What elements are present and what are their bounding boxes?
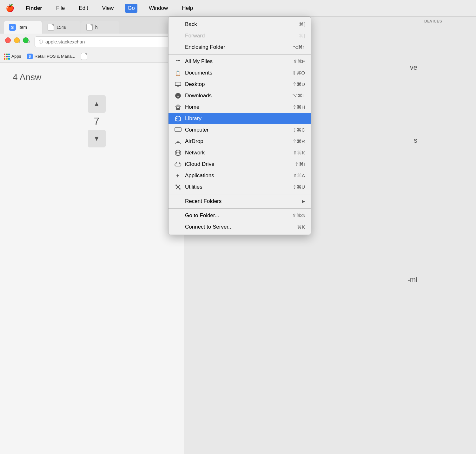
- svg-point-20: [175, 185, 177, 186]
- library-label: Library: [185, 115, 202, 122]
- tab-label-1548: 1548: [56, 25, 66, 30]
- retail-icon: S: [27, 54, 33, 59]
- home-icon: [174, 103, 182, 111]
- goto-folder-label: Go to Folder...: [185, 212, 219, 219]
- menu-item-network[interactable]: Network ⇧⌘K: [169, 147, 311, 159]
- menu-item-documents[interactable]: 📋 Documents ⇧⌘O: [169, 67, 311, 79]
- menu-item-library[interactable]: Library: [169, 113, 311, 124]
- menubar-finder[interactable]: Finder: [23, 4, 45, 13]
- menubar-view[interactable]: View: [100, 4, 116, 13]
- menu-item-back[interactable]: Back ⌘[: [169, 19, 311, 30]
- network-shortcut: ⇧⌘K: [293, 150, 305, 156]
- menu-item-downloads[interactable]: Downloads ⌥⌘L: [169, 90, 311, 101]
- fullscreen-button[interactable]: [23, 37, 29, 43]
- menu-item-utilities[interactable]: Utilities ⇧⌘U: [169, 181, 311, 193]
- menubar-go[interactable]: Go: [125, 4, 137, 13]
- network-label: Network: [185, 150, 205, 156]
- menubar-window[interactable]: Window: [146, 4, 170, 13]
- bookmark-apps[interactable]: Apps: [4, 54, 21, 59]
- menu-item-home[interactable]: Home ⇧⌘H: [169, 101, 311, 113]
- page-content: 4 Answ ▲ 7 ▼: [0, 63, 184, 157]
- apps-label: Apps: [11, 54, 21, 59]
- all-my-files-label: All My Files: [185, 58, 213, 65]
- menubar: 🍎 Finder File Edit View Go Window Help: [0, 0, 476, 16]
- menu-item-applications[interactable]: ✦ Applications ⇧⌘A: [169, 170, 311, 181]
- tab-doc-icon: [48, 24, 54, 31]
- home-label: Home: [185, 104, 199, 110]
- bookmark-doc-icon: [81, 53, 87, 60]
- airdrop-shortcut: ⇧⌘R: [293, 139, 305, 144]
- separator-3: [169, 208, 311, 209]
- computer-icon: [174, 126, 182, 134]
- tab-1548[interactable]: 1548: [43, 21, 81, 34]
- documents-label: Documents: [185, 70, 212, 76]
- menu-item-computer[interactable]: Computer ⇧⌘C: [169, 124, 311, 136]
- finder-sidebar: Devices: [419, 16, 476, 454]
- forward-label: Forward: [185, 33, 205, 39]
- right-text-ve: ve: [410, 63, 417, 72]
- all-my-files-icon: 🗃: [174, 58, 182, 65]
- tab-h[interactable]: h: [81, 21, 119, 34]
- go-dropdown-menu: Back ⌘[ Forward ⌘] Enclosing Folder ⌥⌘↑ …: [168, 16, 311, 235]
- right-text-mi: -mi: [407, 276, 417, 284]
- security-icon: ⓘ: [39, 39, 43, 45]
- url-bar[interactable]: ⓘ apple.stackexchan: [35, 36, 179, 47]
- bookmark-doc[interactable]: [81, 53, 87, 60]
- applications-label: Applications: [185, 172, 214, 179]
- apple-menu-icon[interactable]: 🍎: [6, 4, 14, 12]
- svg-rect-0: [175, 82, 181, 86]
- tab-item[interactable]: S Item: [4, 21, 42, 34]
- menubar-help[interactable]: Help: [179, 4, 195, 13]
- menu-item-all-my-files[interactable]: 🗃 All My Files ⇧⌘F: [169, 56, 311, 67]
- menu-item-enclosing[interactable]: Enclosing Folder ⌥⌘↑: [169, 42, 311, 53]
- svg-rect-9: [177, 108, 179, 110]
- svg-text:✦: ✦: [175, 173, 180, 178]
- menu-item-icloud[interactable]: iCloud Drive ⇧⌘I: [169, 159, 311, 170]
- minimize-button[interactable]: [14, 37, 20, 43]
- menubar-file[interactable]: File: [54, 4, 67, 13]
- svg-rect-10: [176, 118, 177, 119]
- menu-item-goto-folder[interactable]: Go to Folder... ⇧⌘G: [169, 210, 311, 221]
- answers-heading: 4 Answ: [13, 72, 41, 82]
- connect-icon: [174, 223, 182, 231]
- tab-doc-icon-2: [86, 24, 93, 31]
- goto-folder-shortcut: ⇧⌘G: [292, 213, 305, 218]
- separator-2: [169, 194, 311, 194]
- downvote-button[interactable]: ▼: [88, 130, 106, 147]
- vote-count: 7: [94, 115, 100, 127]
- apps-grid-icon: [4, 54, 10, 59]
- enclosing-menu-icon: [174, 43, 182, 51]
- all-my-files-shortcut: ⇧⌘F: [293, 59, 305, 64]
- right-text-s: s: [414, 136, 417, 145]
- back-label: Back: [185, 21, 197, 28]
- connect-label: Connect to Server...: [185, 224, 233, 230]
- home-shortcut: ⇧⌘H: [293, 104, 305, 110]
- menu-item-desktop[interactable]: Desktop ⇧⌘D: [169, 79, 311, 90]
- enclosing-label: Enclosing Folder: [185, 44, 225, 50]
- bookmark-retail[interactable]: S Retail POS & Mana...: [27, 54, 75, 59]
- recent-folders-arrow: ▶: [302, 199, 305, 204]
- menu-item-airdrop[interactable]: AirDrop ⇧⌘R: [169, 136, 311, 147]
- separator-1: [169, 54, 311, 55]
- back-menu-icon: [174, 21, 182, 28]
- utilities-shortcut: ⇧⌘U: [293, 184, 305, 190]
- icloud-label: iCloud Drive: [185, 161, 215, 167]
- desktop-shortcut: ⇧⌘D: [293, 81, 305, 87]
- vote-widget: ▲ 7 ▼: [22, 95, 171, 147]
- downloads-label: Downloads: [185, 93, 212, 99]
- tab-label-h: h: [95, 25, 98, 30]
- utilities-label: Utilities: [185, 184, 202, 190]
- menu-item-connect[interactable]: Connect to Server... ⌘K: [169, 221, 311, 233]
- close-button[interactable]: [5, 37, 11, 43]
- svg-point-13: [177, 141, 179, 143]
- upvote-button[interactable]: ▲: [88, 95, 106, 113]
- icloud-icon: [174, 160, 182, 168]
- menu-item-recent-folders[interactable]: Recent Folders ▶: [169, 196, 311, 207]
- menubar-edit[interactable]: Edit: [76, 4, 90, 13]
- connect-shortcut: ⌘K: [297, 224, 305, 230]
- downloads-icon: [174, 92, 182, 100]
- menu-item-forward[interactable]: Forward ⌘]: [169, 30, 311, 42]
- url-text: apple.stackexchan: [45, 39, 85, 44]
- tab-label-item: Item: [18, 25, 27, 30]
- desktop-label: Desktop: [185, 81, 205, 88]
